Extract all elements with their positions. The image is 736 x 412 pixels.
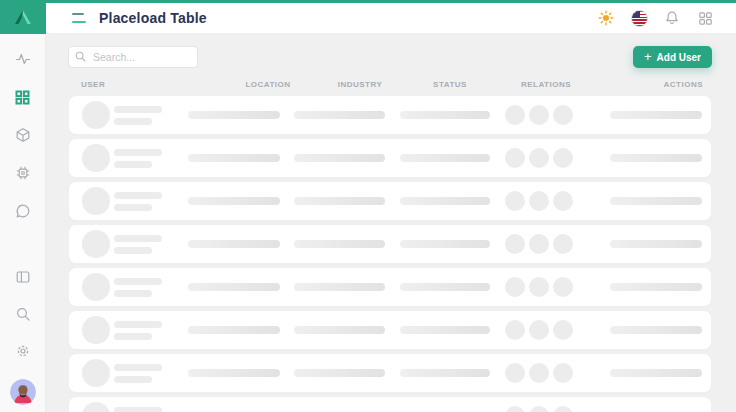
- avatar-placeholder: [82, 359, 110, 387]
- table-body: [68, 95, 712, 412]
- sidebar-item-components[interactable]: [14, 126, 32, 144]
- status-placeholder: [400, 283, 490, 291]
- user-text-placeholder: [114, 192, 162, 211]
- column-header-user: USER: [81, 80, 105, 89]
- avatar-placeholder: [82, 230, 110, 258]
- status-placeholder: [400, 197, 490, 205]
- sidebar-item-search[interactable]: [14, 305, 32, 323]
- sidebar-bottom: [10, 268, 36, 412]
- location-placeholder: [188, 283, 280, 291]
- user-avatar[interactable]: [10, 379, 36, 405]
- table-row-skeleton[interactable]: [68, 95, 712, 135]
- search-icon: [15, 306, 31, 322]
- bell-icon: [664, 10, 680, 26]
- relations-placeholder: [505, 148, 573, 168]
- actions-placeholder: [610, 154, 702, 162]
- table-row-skeleton[interactable]: [68, 267, 712, 307]
- sidebar-item-elements[interactable]: [14, 164, 32, 182]
- relations-placeholder: [505, 277, 573, 297]
- table-row-skeleton[interactable]: [68, 138, 712, 178]
- search-input[interactable]: [68, 46, 198, 68]
- location-placeholder: [188, 197, 280, 205]
- industry-placeholder: [294, 240, 385, 248]
- avatar-placeholder: [82, 101, 110, 129]
- topbar-actions: [597, 9, 714, 27]
- apps-menu-button[interactable]: [696, 9, 714, 27]
- column-header-industry: INDUSTRY: [338, 80, 383, 89]
- avatar-placeholder: [82, 316, 110, 344]
- relations-placeholder: [505, 363, 573, 383]
- layout-panel-icon: [15, 269, 31, 285]
- user-text-placeholder: [114, 321, 162, 340]
- table-toolbar: + Add User: [68, 46, 712, 68]
- industry-placeholder: [294, 283, 385, 291]
- table-row-skeleton[interactable]: [68, 396, 712, 412]
- status-placeholder: [400, 240, 490, 248]
- industry-placeholder: [294, 369, 385, 377]
- top-bar: Placeload Table: [46, 3, 736, 34]
- theme-toggle-button[interactable]: [597, 9, 615, 27]
- sidebar: [0, 0, 46, 412]
- menu-toggle-icon[interactable]: [72, 13, 86, 23]
- column-header-actions: ACTIONS: [664, 80, 704, 89]
- apps-grid-icon: [698, 11, 713, 26]
- user-text-placeholder: [114, 235, 162, 254]
- industry-placeholder: [294, 154, 385, 162]
- relations-placeholder: [505, 234, 573, 254]
- location-placeholder: [188, 111, 280, 119]
- relations-placeholder: [505, 191, 573, 211]
- language-selector[interactable]: [630, 9, 648, 27]
- actions-placeholder: [610, 240, 702, 248]
- sun-icon: [598, 10, 614, 26]
- app-window: Placeload Table: [0, 0, 736, 412]
- location-placeholder: [188, 240, 280, 248]
- activity-icon: [15, 51, 31, 67]
- column-header-status: STATUS: [433, 80, 467, 89]
- user-text-placeholder: [114, 106, 162, 125]
- status-placeholder: [400, 111, 490, 119]
- column-header-location: LOCATION: [245, 80, 290, 89]
- search-box: [68, 46, 198, 68]
- sidebar-item-settings[interactable]: [14, 342, 32, 360]
- top-accent-line: [0, 0, 736, 3]
- us-flag-icon: [631, 10, 648, 27]
- table-row-skeleton[interactable]: [68, 310, 712, 350]
- table-row-skeleton[interactable]: [68, 353, 712, 393]
- avatar-placeholder: [82, 402, 110, 412]
- status-placeholder: [400, 326, 490, 334]
- sidebar-item-dashboard[interactable]: [14, 88, 32, 106]
- table-row-skeleton[interactable]: [68, 181, 712, 221]
- industry-placeholder: [294, 326, 385, 334]
- add-user-button[interactable]: + Add User: [633, 46, 712, 68]
- avatar-placeholder: [82, 144, 110, 172]
- actions-placeholder: [610, 369, 702, 377]
- table-row-skeleton[interactable]: [68, 224, 712, 264]
- chat-bubble-icon: [15, 203, 31, 219]
- location-placeholder: [188, 154, 280, 162]
- cube-icon: [15, 127, 31, 143]
- chip-icon: [15, 165, 31, 181]
- status-placeholder: [400, 154, 490, 162]
- table-header: USER LOCATION INDUSTRY STATUS RELATIONS …: [68, 80, 712, 89]
- add-user-label: Add User: [657, 52, 701, 63]
- avatar-image: [10, 379, 36, 405]
- actions-placeholder: [610, 326, 702, 334]
- main-content: + Add User USER LOCATION INDUSTRY STATUS…: [46, 34, 736, 412]
- page-title: Placeload Table: [99, 10, 207, 26]
- user-text-placeholder: [114, 278, 162, 297]
- sidebar-item-activity[interactable]: [14, 50, 32, 68]
- relations-placeholder: [505, 320, 573, 340]
- sidebar-nav: [14, 50, 32, 220]
- app-logo[interactable]: [0, 0, 46, 34]
- plus-icon: +: [644, 50, 652, 63]
- location-placeholder: [188, 369, 280, 377]
- sidebar-item-panels[interactable]: [14, 268, 32, 286]
- sidebar-item-messages[interactable]: [14, 202, 32, 220]
- dashboard-grid-icon: [15, 90, 30, 105]
- notifications-button[interactable]: [663, 9, 681, 27]
- relations-placeholder: [505, 105, 573, 125]
- avatar-placeholder: [82, 273, 110, 301]
- industry-placeholder: [294, 197, 385, 205]
- gear-icon: [15, 343, 31, 359]
- triangle-logo-icon: [12, 6, 34, 28]
